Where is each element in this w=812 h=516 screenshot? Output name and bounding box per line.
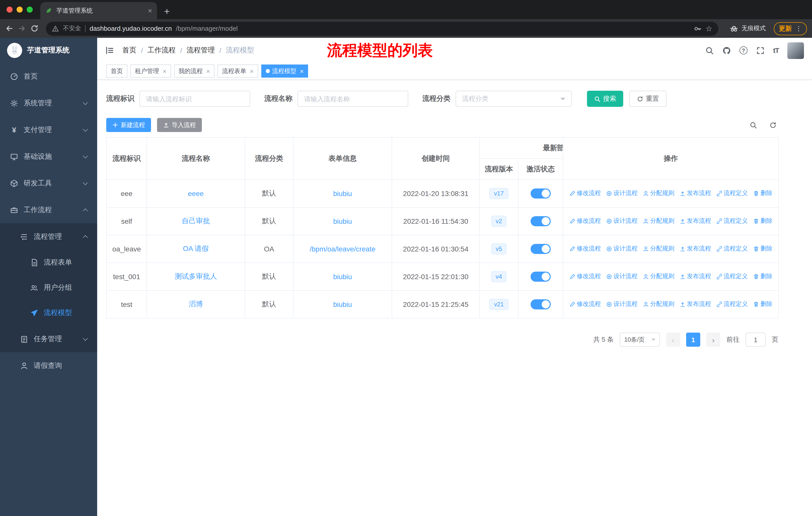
tag-home[interactable]: 首页 (106, 64, 127, 78)
breadcrumb-home[interactable]: 首页 (122, 46, 137, 55)
publish-process-link[interactable]: 发布流程 (679, 300, 711, 309)
process-key-input[interactable] (140, 91, 250, 107)
sidebar-item-process-mgmt[interactable]: 流程管理 (0, 223, 97, 250)
assign-rule-link[interactable]: 分配规则 (643, 245, 674, 253)
fullscreen-window-button[interactable] (27, 6, 33, 12)
sidebar-item-process-form[interactable]: 流程表单 (0, 250, 97, 275)
new-tab-button[interactable]: + (164, 4, 170, 19)
back-button[interactable] (5, 24, 13, 33)
form-info-link[interactable]: biubiu (333, 273, 352, 281)
reset-button[interactable]: 重置 (629, 91, 667, 107)
delete-process-link[interactable]: 删除 (753, 189, 773, 198)
import-process-button[interactable]: 导入流程 (157, 118, 202, 132)
goto-page-input[interactable] (746, 332, 766, 347)
process-name-link[interactable]: 测试多审批人 (175, 272, 217, 280)
modify-process-link[interactable]: 修改流程 (569, 300, 601, 309)
delete-process-link[interactable]: 删除 (753, 300, 773, 309)
tag-close-icon[interactable]: × (206, 67, 210, 75)
modify-process-link[interactable]: 修改流程 (569, 189, 601, 198)
browser-update-button[interactable]: 更新 ⋮ (774, 22, 807, 35)
browser-menu-icon[interactable]: ⋮ (795, 25, 802, 32)
form-info-link[interactable]: biubiu (333, 189, 352, 197)
process-definition-link[interactable]: 流程定义 (716, 189, 748, 198)
process-name-link[interactable]: 自己审批 (182, 217, 210, 225)
process-name-input[interactable] (297, 91, 408, 107)
publish-process-link[interactable]: 发布流程 (679, 272, 711, 281)
sidebar-item-infrastructure[interactable]: 基础设施 (0, 143, 97, 170)
security-label[interactable]: 不安全 (63, 24, 81, 33)
tag-tenant-mgmt[interactable]: 租户管理 × (130, 64, 171, 78)
sidebar-item-payment-mgmt[interactable]: ¥ 支付管理 (0, 116, 97, 143)
modify-process-link[interactable]: 修改流程 (569, 217, 601, 225)
form-info-link[interactable]: biubiu (333, 217, 352, 225)
form-info-link[interactable]: biubiu (333, 300, 352, 308)
process-name-link[interactable]: 滔博 (189, 300, 203, 308)
sidebar-item-process-model[interactable]: 流程模型 (0, 300, 97, 326)
page-number-button[interactable]: 1 (686, 332, 700, 347)
active-status-toggle[interactable] (530, 272, 551, 282)
publish-process-link[interactable]: 发布流程 (679, 217, 711, 225)
process-name-link[interactable]: OA 请假 (183, 244, 209, 252)
process-definition-link[interactable]: 流程定义 (716, 245, 748, 253)
search-button[interactable]: 搜索 (587, 91, 623, 107)
active-status-toggle[interactable] (530, 244, 551, 254)
sidebar-item-task-mgmt[interactable]: 任务管理 (0, 326, 97, 352)
password-key-icon[interactable] (693, 24, 701, 32)
form-info-link[interactable]: /bpm/oa/leave/create (310, 245, 376, 253)
delete-process-link[interactable]: 删除 (753, 272, 773, 281)
next-page-button[interactable]: › (706, 332, 720, 347)
process-definition-link[interactable]: 流程定义 (716, 300, 748, 309)
forward-button[interactable] (18, 24, 26, 33)
design-process-link[interactable]: 设计流程 (606, 217, 638, 225)
sidebar-item-user-group[interactable]: 用户分组 (0, 275, 97, 300)
design-process-link[interactable]: 设计流程 (606, 245, 638, 253)
sidebar-item-workflow[interactable]: 工作流程 (0, 196, 97, 223)
tag-close-icon[interactable]: × (163, 67, 166, 75)
reload-button[interactable] (30, 24, 39, 33)
fullscreen-icon[interactable] (756, 46, 765, 55)
tag-process-form[interactable]: 流程表单 × (218, 64, 258, 78)
assign-rule-link[interactable]: 分配规则 (643, 217, 674, 225)
bookmark-star-icon[interactable]: ☆ (705, 24, 712, 33)
minimize-window-button[interactable] (17, 6, 23, 12)
design-process-link[interactable]: 设计流程 (606, 189, 638, 198)
design-process-link[interactable]: 设计流程 (606, 300, 638, 309)
search-icon[interactable] (705, 46, 714, 55)
collapse-sidebar-icon[interactable] (105, 46, 114, 55)
browser-tab[interactable]: 芋道管理系统 × (40, 2, 157, 19)
refresh-table-icon[interactable] (769, 121, 777, 129)
process-definition-link[interactable]: 流程定义 (716, 217, 748, 225)
process-name-link[interactable]: eeee (188, 189, 204, 197)
publish-process-link[interactable]: 发布流程 (679, 245, 711, 253)
tag-my-process[interactable]: 我的流程 × (174, 64, 214, 78)
tab-close-icon[interactable]: × (148, 6, 152, 15)
create-process-button[interactable]: 新建流程 (106, 118, 151, 132)
help-icon[interactable]: ? (740, 46, 748, 54)
process-definition-link[interactable]: 流程定义 (716, 272, 748, 281)
modify-process-link[interactable]: 修改流程 (569, 272, 601, 281)
toggle-search-icon[interactable] (750, 121, 757, 129)
page-size-select[interactable]: 10条/页 (620, 332, 660, 347)
prev-page-button[interactable]: ‹ (666, 332, 680, 347)
active-status-toggle[interactable] (530, 299, 551, 309)
font-size-icon[interactable]: tT (773, 46, 779, 54)
assign-rule-link[interactable]: 分配规则 (643, 300, 674, 309)
sidebar-item-dev-tools[interactable]: 研发工具 (0, 170, 97, 196)
address-bar[interactable]: 不安全 dashboard.yudao.iocoder.cn/bpm/manag… (46, 21, 718, 35)
sidebar-item-leave-query[interactable]: 请假查询 (0, 352, 97, 379)
sidebar-item-home[interactable]: 首页 (0, 63, 97, 90)
user-avatar[interactable] (787, 42, 804, 59)
assign-rule-link[interactable]: 分配规则 (643, 189, 674, 198)
breadcrumb-workflow[interactable]: 工作流程 (147, 46, 176, 55)
process-category-select[interactable]: 流程分类 (456, 91, 572, 107)
assign-rule-link[interactable]: 分配规则 (643, 272, 674, 281)
publish-process-link[interactable]: 发布流程 (679, 189, 711, 198)
tag-close-icon[interactable]: × (250, 67, 254, 75)
tag-process-model[interactable]: 流程模型 × (261, 64, 308, 78)
app-logo[interactable]: 芋道管理系统 (0, 38, 97, 63)
design-process-link[interactable]: 设计流程 (606, 272, 638, 281)
tag-close-icon[interactable]: × (300, 67, 304, 75)
breadcrumb-process-mgmt[interactable]: 流程管理 (187, 46, 215, 55)
modify-process-link[interactable]: 修改流程 (569, 245, 601, 253)
delete-process-link[interactable]: 删除 (753, 245, 773, 253)
